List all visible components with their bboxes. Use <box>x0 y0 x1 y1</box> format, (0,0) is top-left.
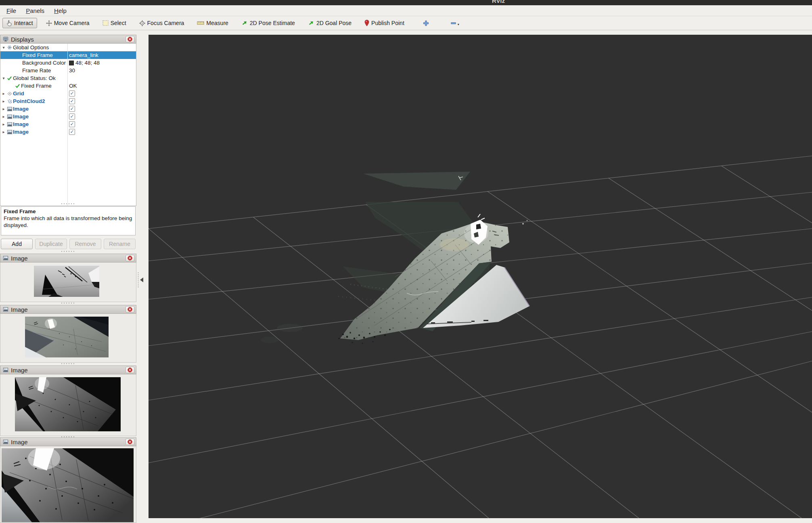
expander-icon[interactable]: ▾ <box>1 76 6 80</box>
interact-hand-icon <box>6 20 12 26</box>
property-value[interactable]: 48; 48; 48 <box>67 60 136 66</box>
tree-row[interactable]: Frame Rate30 <box>0 67 136 74</box>
enabled-checkbox[interactable]: ✓ <box>69 129 75 135</box>
enabled-checkbox[interactable]: ✓ <box>69 121 75 127</box>
expander-icon[interactable]: ▸ <box>1 91 6 96</box>
rename-button[interactable]: Rename <box>104 239 136 249</box>
property-value[interactable]: ✓ <box>67 113 136 120</box>
image-icon <box>6 114 13 120</box>
pose-estimate-arrow-icon <box>241 20 248 26</box>
expander-icon[interactable]: ▸ <box>1 130 6 134</box>
property-label: PointCloud2 <box>13 98 45 104</box>
toolbar: Interact Move Camera Select Focus Camera… <box>0 16 812 30</box>
toolbar-button-measure[interactable]: Measure <box>193 18 232 28</box>
toolbar-button-2d-goal-pose[interactable]: 2D Goal Pose <box>304 18 356 28</box>
toolbar-button-focus-camera[interactable]: Focus Camera <box>135 18 188 28</box>
panel-splitter[interactable] <box>61 203 76 205</box>
displays-action-buttons: Add Duplicate Remove Rename <box>1 239 136 249</box>
toolbar-button-interact[interactable]: Interact <box>2 18 37 28</box>
menu-file[interactable]: File <box>2 6 21 15</box>
color-image-view <box>0 314 136 363</box>
tree-row[interactable]: ▸Image✓ <box>0 105 136 113</box>
sidebar-gutter <box>136 30 149 523</box>
image-panel-header[interactable]: Image <box>0 437 136 446</box>
property-label: Fixed Frame <box>22 52 53 58</box>
property-value[interactable]: ✓ <box>67 98 136 104</box>
sidebar-collapse-handle[interactable] <box>138 271 146 289</box>
tree-row[interactable]: ▸Image✓ <box>0 128 136 136</box>
image-panel-title: Image <box>11 367 123 374</box>
close-image-panel-button[interactable] <box>126 255 134 261</box>
pointcloud-scene <box>149 35 812 518</box>
toolbar-button-add-tool[interactable] <box>419 18 435 28</box>
expander-icon[interactable]: ▾ <box>1 45 6 50</box>
goal-pose-arrow-icon <box>308 20 314 26</box>
gear-icon <box>6 45 13 50</box>
image-panel-header[interactable]: Image <box>0 254 136 263</box>
image-panel-header[interactable]: Image <box>0 365 136 374</box>
tree-row[interactable]: ▾Global Status: Ok <box>0 74 136 82</box>
property-value[interactable]: ✓ <box>67 90 136 97</box>
menu-panels[interactable]: Panels <box>21 6 49 15</box>
image-panel-header[interactable]: Image <box>0 305 136 314</box>
description-body: Frame into which all data is transformed… <box>4 215 133 229</box>
remove-button[interactable]: Remove <box>69 239 101 249</box>
panel-splitter[interactable] <box>61 363 76 365</box>
property-label: Grid <box>13 90 24 97</box>
toolbar-button-select[interactable]: Select <box>98 18 130 28</box>
tree-row[interactable]: ▸Image✓ <box>0 113 136 120</box>
tree-row[interactable]: Fixed Framecamera_link <box>0 51 136 59</box>
toolbar-button-remove-tool[interactable]: ▾ <box>446 18 463 28</box>
image-panel-title: Image <box>11 306 123 313</box>
enabled-checkbox[interactable]: ✓ <box>69 106 75 112</box>
property-value[interactable]: OK <box>67 83 136 89</box>
select-box-icon <box>103 20 109 26</box>
toolbar-button-move-camera[interactable]: Move Camera <box>42 18 94 28</box>
window-title: RViz <box>464 0 533 4</box>
property-label: Image <box>13 121 29 127</box>
expander-icon[interactable]: ▸ <box>1 107 6 111</box>
tree-row[interactable]: Fixed FrameOK <box>0 82 136 90</box>
tree-row[interactable]: ▾Global Options <box>0 44 136 51</box>
displays-panel-header[interactable]: Displays <box>0 35 136 44</box>
property-label: Image <box>13 106 29 112</box>
toolbar-button-publish-point[interactable]: Publish Point <box>360 18 408 28</box>
image-icon <box>2 367 9 373</box>
image-icon <box>2 255 9 261</box>
tree-column-separator[interactable] <box>67 44 68 206</box>
menu-help[interactable]: Help <box>49 6 71 15</box>
enabled-checkbox[interactable]: ✓ <box>69 113 75 120</box>
property-value[interactable]: ✓ <box>67 121 136 127</box>
property-label: Global Options <box>13 44 49 50</box>
property-value[interactable]: camera_link <box>67 52 136 58</box>
tree-row[interactable]: ▸Grid✓ <box>0 90 136 97</box>
close-image-panel-button[interactable] <box>126 367 134 373</box>
enabled-checkbox[interactable]: ✓ <box>69 90 75 97</box>
close-displays-panel-button[interactable] <box>126 36 134 42</box>
3d-viewport[interactable] <box>149 35 812 518</box>
add-button[interactable]: Add <box>1 239 33 249</box>
close-image-panel-button[interactable] <box>126 306 134 313</box>
property-value[interactable]: 30 <box>67 67 136 74</box>
tree-row[interactable]: ▸PointCloud2✓ <box>0 97 136 105</box>
property-value[interactable]: ✓ <box>67 106 136 112</box>
expander-icon[interactable]: ▸ <box>1 99 6 103</box>
property-label: Fixed Frame <box>21 83 52 89</box>
mono-image-view-large <box>0 446 136 523</box>
collapse-left-arrow-icon <box>140 277 143 282</box>
grid-lines <box>149 156 812 518</box>
expander-icon[interactable]: ▸ <box>1 122 6 126</box>
pointcloud-icon <box>6 99 13 104</box>
tree-row[interactable]: Background Color48; 48; 48 <box>0 59 136 67</box>
tree-row[interactable]: ▸Image✓ <box>0 120 136 128</box>
toolbar-button-2d-pose-estimate[interactable]: 2D Pose Estimate <box>237 18 299 28</box>
duplicate-button[interactable]: Duplicate <box>35 239 67 249</box>
property-value[interactable]: ✓ <box>67 129 136 135</box>
publish-point-pin-icon <box>364 20 369 26</box>
mono-image-large-thumbnail <box>2 448 134 522</box>
enabled-checkbox[interactable]: ✓ <box>69 98 75 104</box>
expander-icon[interactable]: ▸ <box>1 114 6 119</box>
panel-splitter[interactable] <box>61 302 76 304</box>
close-image-panel-button[interactable] <box>126 439 134 445</box>
panel-splitter[interactable] <box>61 250 76 252</box>
